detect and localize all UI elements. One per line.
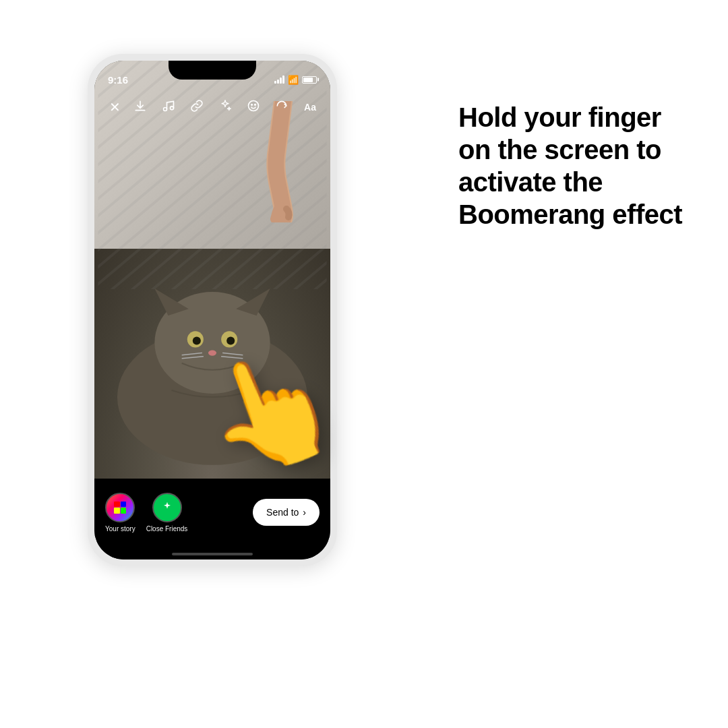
link-icon[interactable]: [187, 99, 206, 116]
svg-point-1: [171, 106, 174, 109]
bottom-bar: Your story Close Friends Send to ›: [94, 479, 330, 559]
boomerang-icon[interactable]: [272, 99, 291, 116]
notch: [169, 61, 256, 80]
send-to-label: Send to: [266, 507, 299, 518]
phone-mockup: 9:16 📶: [88, 54, 337, 566]
phone-inner: 9:16 📶: [94, 61, 330, 559]
emoji-icon[interactable]: [244, 99, 263, 116]
close-icon[interactable]: ✕: [105, 99, 124, 115]
send-to-arrow: ›: [303, 507, 306, 518]
toolbar-right-icons: Aa: [131, 99, 320, 116]
status-icons: 📶: [274, 75, 317, 85]
home-indicator: [172, 553, 253, 555]
signal-icon: [274, 75, 284, 84]
svg-point-14: [226, 336, 235, 344]
close-friends-label: Close Friends: [146, 525, 188, 533]
battery-icon: [302, 76, 317, 84]
close-friends-icon: [152, 493, 182, 522]
download-icon[interactable]: [131, 99, 150, 116]
text-icon[interactable]: Aa: [301, 102, 320, 113]
svg-point-0: [164, 107, 167, 111]
svg-point-2: [249, 100, 259, 111]
canvas: 9:16 📶: [0, 0, 728, 728]
svg-point-3: [251, 104, 253, 105]
your-story-label: Your story: [105, 525, 135, 533]
svg-point-15: [208, 351, 216, 356]
toolbar: ✕: [94, 90, 330, 124]
close-friends-option[interactable]: Close Friends: [146, 493, 188, 533]
svg-point-4: [255, 104, 256, 105]
instruction-text: Hold your finger on the screen to activa…: [458, 101, 688, 231]
wifi-icon: 📶: [288, 75, 299, 85]
your-story-option[interactable]: Your story: [105, 493, 135, 533]
instruction-paragraph: Hold your finger on the screen to activa…: [458, 101, 688, 231]
your-story-icon: [105, 493, 135, 522]
music-icon[interactable]: [159, 99, 178, 116]
send-to-button[interactable]: Send to ›: [253, 499, 320, 526]
svg-point-13: [193, 336, 201, 344]
status-time: 9:16: [108, 74, 128, 86]
sparkles-icon[interactable]: [216, 99, 235, 116]
phone-outer: 9:16 📶: [88, 54, 337, 566]
